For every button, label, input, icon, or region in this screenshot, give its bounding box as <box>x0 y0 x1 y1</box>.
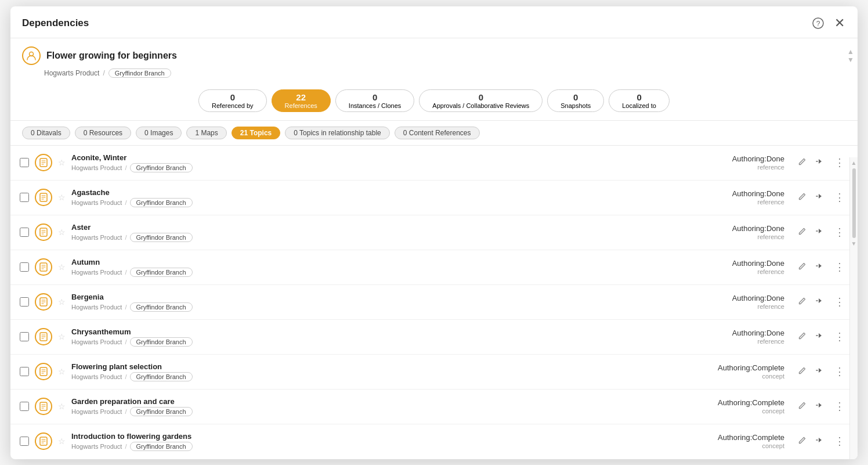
item-name-4: Bergenia <box>71 293 686 301</box>
item-doc-icon <box>35 154 52 171</box>
item-checkbox-7[interactable] <box>20 402 29 411</box>
item-star-5[interactable]: ☆ <box>58 332 66 341</box>
item-more-btn-5[interactable]: ⋮ <box>831 329 848 345</box>
scroll-up-arrow[interactable]: ▲ <box>847 48 854 55</box>
item-reference-btn-7[interactable] <box>813 399 828 414</box>
item-star-8[interactable]: ☆ <box>58 437 66 446</box>
item-edit-btn-1[interactable] <box>795 190 809 205</box>
item-status-type-1: reference <box>692 199 784 206</box>
item-status-label-0: Authoring:Done <box>692 154 784 163</box>
item-name-6: Flowering plant selection <box>71 362 686 371</box>
item-status-type-2: reference <box>692 233 784 240</box>
item-edit-btn-0[interactable] <box>795 156 809 170</box>
topic-header: Flower growing for beginners <box>10 38 858 67</box>
item-star-0[interactable]: ☆ <box>58 158 66 167</box>
item-doc-icon <box>35 293 52 311</box>
item-checkbox-6[interactable] <box>20 367 29 376</box>
item-edit-btn-2[interactable] <box>795 225 809 240</box>
item-star-6[interactable]: ☆ <box>58 367 66 376</box>
item-edit-btn-5[interactable] <box>795 330 809 344</box>
item-more-btn-1[interactable]: ⋮ <box>831 189 848 206</box>
item-reference-btn-1[interactable] <box>813 190 828 205</box>
tab-approvals-collaborative-reviews[interactable]: 0Approvals / Collaborative Reviews <box>419 89 542 112</box>
item-checkbox-3[interactable] <box>20 262 29 272</box>
tab-references[interactable]: 22References <box>272 89 331 112</box>
item-reference-btn-8[interactable] <box>813 434 828 449</box>
filter-row: 0 Ditavals0 Resources0 Images1 Maps21 To… <box>10 121 858 146</box>
item-name-5: Chrysanthemum <box>71 327 686 336</box>
item-breadcrumb-1: Hogwarts Product / Gryffindor Branch <box>71 198 686 207</box>
item-star-2[interactable]: ☆ <box>58 228 66 237</box>
item-name-8: Introduction to flowering gardens <box>71 432 686 441</box>
list-scroll-down[interactable]: ▼ <box>851 240 857 247</box>
topic-breadcrumb: Hogwarts Product / Gryffindor Branch <box>10 67 858 84</box>
table-row: ☆ Introduction to flowering gardens Hogw… <box>10 424 858 453</box>
item-status-type-7: concept <box>692 408 784 414</box>
item-status-label-5: Authoring:Done <box>692 329 784 337</box>
item-checkbox-4[interactable] <box>20 297 29 307</box>
filter-chip-4[interactable]: 21 Topics <box>232 127 280 139</box>
modal-header-actions: ? ✕ <box>811 15 846 32</box>
tabs-row: 0Referenced by22References0Instances / C… <box>10 84 858 121</box>
item-edit-btn-7[interactable] <box>795 399 809 414</box>
item-reference-btn-2[interactable] <box>813 225 828 240</box>
item-doc-icon <box>35 258 52 276</box>
item-status-label-7: Authoring:Complete <box>692 398 784 407</box>
item-status-label-1: Authoring:Done <box>692 189 784 198</box>
items-list: ☆ Aconite, Winter Hogwarts Product / Gry… <box>10 146 858 453</box>
list-scroll-up[interactable]: ▲ <box>851 160 857 166</box>
item-more-btn-3[interactable]: ⋮ <box>831 259 848 275</box>
tab-referenced-by[interactable]: 0Referenced by <box>198 89 267 112</box>
item-breadcrumb-4: Hogwarts Product / Gryffindor Branch <box>71 302 686 312</box>
item-name-0: Aconite, Winter <box>71 153 686 162</box>
table-row: ☆ Autumn Hogwarts Product / Gryffindor B… <box>10 250 858 285</box>
item-more-btn-4[interactable]: ⋮ <box>831 294 848 310</box>
item-status-label-2: Authoring:Done <box>692 224 784 233</box>
filter-chip-0[interactable]: 0 Ditavals <box>22 127 70 139</box>
item-edit-btn-4[interactable] <box>795 295 809 309</box>
item-breadcrumb-5: Hogwarts Product / Gryffindor Branch <box>71 337 686 347</box>
item-edit-btn-3[interactable] <box>795 260 809 275</box>
item-more-btn-8[interactable]: ⋮ <box>831 433 848 449</box>
help-button[interactable]: ? <box>811 16 825 30</box>
item-reference-btn-5[interactable] <box>813 329 828 344</box>
item-more-btn-0[interactable]: ⋮ <box>831 154 848 171</box>
item-edit-btn-8[interactable] <box>795 434 809 449</box>
item-edit-btn-6[interactable] <box>795 365 809 379</box>
item-status-label-4: Authoring:Done <box>692 294 784 302</box>
item-breadcrumb-7: Hogwarts Product / Gryffindor Branch <box>71 407 686 416</box>
item-checkbox-1[interactable] <box>20 193 29 202</box>
item-doc-icon <box>35 432 52 450</box>
item-star-7[interactable]: ☆ <box>58 402 66 411</box>
item-star-3[interactable]: ☆ <box>58 262 66 272</box>
item-doc-icon <box>35 363 52 380</box>
filter-chip-5[interactable]: 0 Topics in relationship table <box>285 127 390 139</box>
item-checkbox-5[interactable] <box>20 332 29 341</box>
item-checkbox-0[interactable] <box>20 158 29 167</box>
item-reference-btn-0[interactable] <box>813 155 828 170</box>
item-checkbox-8[interactable] <box>20 437 29 446</box>
item-checkbox-2[interactable] <box>20 228 29 237</box>
close-button[interactable]: ✕ <box>833 15 846 32</box>
item-star-4[interactable]: ☆ <box>58 297 66 307</box>
item-more-btn-7[interactable]: ⋮ <box>831 398 848 414</box>
filter-chip-6[interactable]: 0 Content References <box>395 127 480 139</box>
item-breadcrumb-0: Hogwarts Product / Gryffindor Branch <box>71 163 686 172</box>
table-row: ☆ Chrysanthemum Hogwarts Product / Gryff… <box>10 320 858 355</box>
item-reference-btn-4[interactable] <box>813 294 828 309</box>
dependencies-modal: Dependencies ? ✕ ▲ ▼ Flower growing for … <box>10 6 858 459</box>
tab-snapshots[interactable]: 0Snapshots <box>547 89 604 112</box>
item-reference-btn-3[interactable] <box>813 259 828 275</box>
filter-chip-1[interactable]: 0 Resources <box>75 127 131 139</box>
item-reference-btn-6[interactable] <box>813 364 828 379</box>
filter-chip-2[interactable]: 0 Images <box>136 127 182 139</box>
tab-localized-to[interactable]: 0Localized to <box>609 89 670 112</box>
item-more-btn-6[interactable]: ⋮ <box>831 363 848 380</box>
tab-instances-clones[interactable]: 0Instances / Clones <box>335 89 415 112</box>
scroll-down-arrow[interactable]: ▼ <box>847 56 854 63</box>
item-more-btn-2[interactable]: ⋮ <box>831 224 848 240</box>
filter-chip-3[interactable]: 1 Maps <box>186 127 226 139</box>
item-star-1[interactable]: ☆ <box>58 193 66 202</box>
item-name-7: Garden preparation and care <box>71 397 686 406</box>
item-status-type-3: reference <box>692 268 784 275</box>
